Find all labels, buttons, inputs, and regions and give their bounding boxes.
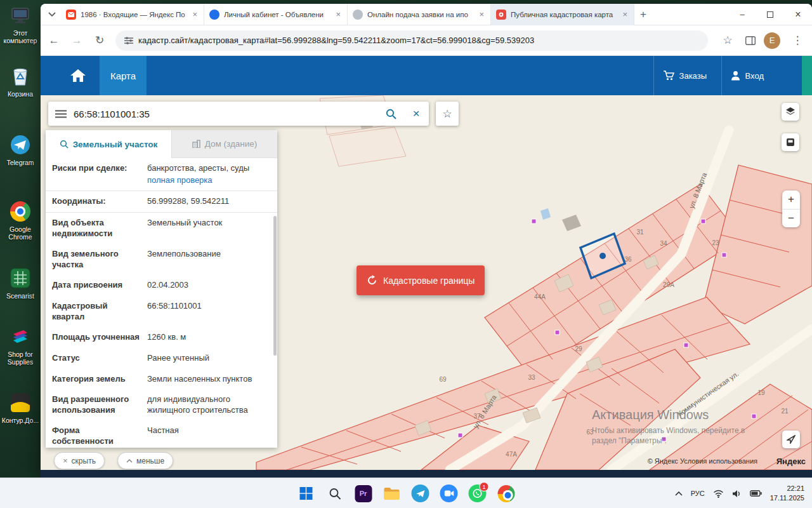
- login-button[interactable]: Вход: [721, 56, 773, 95]
- clock[interactable]: 22:21 17.11.2025: [770, 484, 804, 503]
- browser-tab[interactable]: 1986 · Входящие — Яндекс По ×: [61, 4, 204, 25]
- taskbar: Pr 1: [0, 478, 812, 508]
- tab-search-button[interactable]: [43, 6, 61, 23]
- battery-icon[interactable]: [750, 490, 762, 497]
- back-button[interactable]: ←: [44, 31, 63, 50]
- detail-value: для индивидуального жилищного строительс…: [147, 394, 268, 415]
- building-icon: [192, 140, 200, 148]
- hide-panel-button[interactable]: × скрыть: [54, 452, 105, 469]
- side-panel-icon[interactable]: [741, 31, 760, 50]
- tab-close-icon[interactable]: ×: [478, 10, 485, 19]
- bookmark-star-icon[interactable]: ☆: [718, 31, 737, 50]
- detail-row: Дата присвоения02.04.2003: [46, 275, 277, 296]
- desktop-icon-shop-for-supplies[interactable]: Shop for Supplies: [0, 325, 41, 366]
- clear-search-icon[interactable]: ×: [403, 107, 429, 121]
- detail-label: Категория земель: [52, 374, 141, 385]
- screen: Этот компьютер Корзина Telegram Google C…: [0, 0, 812, 508]
- home-button[interactable]: [62, 64, 94, 88]
- cadastral-map-favicon: [496, 10, 506, 20]
- wifi-icon[interactable]: [713, 490, 724, 498]
- maximize-button[interactable]: [756, 4, 784, 25]
- detail-label: Площадь уточненная: [52, 332, 141, 343]
- legend-icon: [786, 138, 795, 147]
- navigation-arrow-icon: [787, 435, 796, 444]
- detail-row: Вид разрешенного использованиядля индиви…: [46, 389, 277, 420]
- notification-badge: 1: [480, 482, 489, 491]
- desktop-icon-kontur[interactable]: Контур.До...: [0, 391, 41, 424]
- detail-value: Земельный участок: [147, 218, 268, 239]
- parcel-number: 34: [660, 240, 667, 247]
- search-icon[interactable]: [378, 109, 403, 119]
- tab-close-icon[interactable]: ×: [334, 10, 342, 19]
- telegram-taskbar-icon[interactable]: [409, 481, 432, 506]
- zoom-out-button[interactable]: −: [782, 210, 800, 228]
- desktop-icon-label: Этот компьютер: [1, 29, 40, 44]
- map-attribution[interactable]: © Яндекс Условия использования: [648, 457, 757, 465]
- tab-land-parcel[interactable]: Земельный участок: [46, 130, 171, 158]
- parcel-number: 31: [636, 229, 643, 236]
- telegram-icon: [9, 133, 32, 156]
- profile-avatar[interactable]: Е: [764, 32, 780, 49]
- minimize-button[interactable]: –: [728, 4, 756, 25]
- forward-button[interactable]: →: [67, 31, 86, 50]
- yandex-mail-favicon: [66, 10, 76, 20]
- login-label: Вход: [745, 71, 764, 81]
- detail-label: Вид объекта недвижимости: [52, 218, 141, 239]
- browser-tab[interactable]: Онлайн подача заявки на ипо ×: [348, 4, 491, 25]
- volume-icon[interactable]: [732, 490, 742, 498]
- tab-building[interactable]: Дом (здание): [171, 130, 277, 158]
- windows-activation-watermark: Активация Windows Чтобы активировать Win…: [592, 408, 745, 446]
- language-indicator[interactable]: РУС: [691, 490, 705, 497]
- parcel-number: 29: [575, 345, 582, 352]
- premiere-icon[interactable]: Pr: [352, 481, 375, 506]
- detail-label: Статус: [52, 353, 141, 364]
- this-pc-icon: [9, 4, 32, 27]
- new-tab-button[interactable]: +: [634, 6, 652, 23]
- chrome-taskbar-icon[interactable]: [495, 481, 518, 506]
- zoom-in-button[interactable]: +: [782, 190, 800, 210]
- user-icon: [731, 70, 740, 81]
- browser-tab-active[interactable]: Публичная кадастровая карта ×: [491, 4, 634, 25]
- tab-close-icon[interactable]: ×: [621, 10, 629, 19]
- url-field[interactable]: кадастр.сайт/кадастровая_карта#lat=56.99…: [115, 30, 708, 51]
- parcel-search-icon: [60, 140, 69, 149]
- detail-value: банкротства, аресты, судыполная проверка: [147, 163, 268, 185]
- close-button[interactable]: ×: [784, 4, 812, 25]
- whatsapp-icon[interactable]: 1: [466, 481, 489, 506]
- reload-button[interactable]: ↻: [90, 31, 109, 50]
- kontur-icon: [9, 391, 32, 414]
- browser-tab[interactable]: Личный кабинет - Объявлени ×: [204, 4, 348, 25]
- favorite-button[interactable]: ☆: [436, 102, 459, 126]
- detail-label: Дата присвоения: [52, 280, 141, 291]
- taskbar-search-button[interactable]: [324, 481, 346, 506]
- detail-value: 02.04.2003: [147, 280, 268, 291]
- desktop-icon-scenarist[interactable]: Scenarist: [0, 267, 41, 300]
- file-explorer-icon[interactable]: [381, 481, 403, 506]
- desktop-icon-recycle-bin[interactable]: Корзина: [0, 65, 41, 98]
- layers-button[interactable]: [782, 103, 799, 121]
- detail-link[interactable]: полная проверка: [147, 175, 268, 186]
- search-input[interactable]: [74, 109, 378, 119]
- tray-chevron-up-icon[interactable]: [675, 491, 683, 496]
- zoom-app-icon[interactable]: [438, 481, 461, 506]
- watermark-line: раздел "Параметры".: [592, 436, 745, 446]
- detail-value: Ранее учтенный: [147, 353, 268, 364]
- orders-button[interactable]: Заказы: [653, 56, 716, 95]
- cart-icon: [663, 70, 674, 81]
- desktop-icon-telegram[interactable]: Telegram: [0, 133, 41, 166]
- desktop-icon-this-pc[interactable]: Этот компьютер: [0, 4, 41, 44]
- tab-close-icon[interactable]: ×: [191, 10, 199, 19]
- panel-scrollbar[interactable]: [273, 216, 277, 356]
- legend-button[interactable]: [782, 133, 799, 151]
- browser-menu-icon[interactable]: ⋮: [788, 31, 807, 50]
- cadastral-boundaries-button[interactable]: Кадастровые границы: [357, 265, 485, 295]
- close-icon: ×: [63, 456, 68, 465]
- geolocation-button[interactable]: [782, 431, 800, 448]
- desktop-icon-chrome[interactable]: Google Chrome: [0, 200, 41, 241]
- menu-hamburger-icon[interactable]: [48, 110, 74, 118]
- cadastral-map-page: Карта Заказы Вход: [41, 56, 812, 478]
- nav-map-tab[interactable]: Карта: [100, 56, 147, 95]
- start-button[interactable]: [295, 481, 318, 506]
- shop-for-supplies-icon: [9, 325, 32, 348]
- collapse-button[interactable]: меньше: [117, 452, 173, 469]
